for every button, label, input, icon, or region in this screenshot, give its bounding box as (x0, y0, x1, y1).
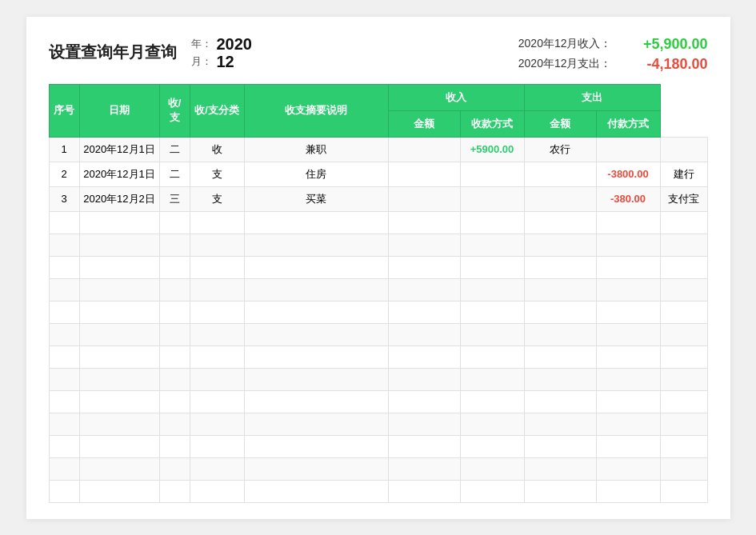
table-cell-empty (524, 234, 596, 256)
table-cell-empty (596, 301, 660, 323)
table-cell-empty (460, 413, 524, 435)
table-cell-empty (159, 390, 190, 413)
table-cell-empty (388, 278, 460, 301)
table-cell: -380.00 (596, 186, 660, 211)
col-seq-header: 序号 (49, 84, 79, 137)
table-cell-empty (524, 278, 596, 301)
table-cell-empty (49, 368, 79, 390)
table-cell-empty (244, 457, 388, 480)
table-cell-empty (596, 413, 660, 435)
table-cell-empty (49, 256, 79, 278)
table-cell (524, 186, 596, 211)
year-label: 年： (191, 37, 212, 51)
table-cell-empty (524, 256, 596, 278)
table-cell-empty (660, 368, 707, 390)
table-cell-empty (660, 323, 707, 345)
table-cell-empty (79, 368, 159, 390)
table-cell-empty (244, 234, 388, 256)
table-cell-empty (388, 390, 460, 413)
table-cell-empty (660, 211, 707, 234)
table-cell-empty (79, 413, 159, 435)
table-cell-empty (388, 457, 460, 480)
table-row-empty (49, 480, 707, 502)
table-cell-empty (524, 301, 596, 323)
page-title: 设置查询年月查询 (49, 42, 177, 63)
table-cell-empty (159, 457, 190, 480)
table-cell-empty (79, 278, 159, 301)
table-cell-empty (524, 457, 596, 480)
table-cell: 2020年12月1日 (79, 137, 159, 162)
expense-summary-row: 2020年12月支出： -4,180.00 (518, 56, 708, 73)
table-cell-empty (460, 435, 524, 457)
table-cell-empty (49, 435, 79, 457)
table-cell: 农行 (524, 137, 596, 162)
table-cell-empty (244, 413, 388, 435)
month-label: 月： (191, 54, 212, 69)
table-cell-empty (190, 480, 244, 502)
table-cell-empty (190, 256, 244, 278)
table-cell: 二 (159, 137, 190, 162)
table-cell-empty (190, 301, 244, 323)
table-cell-empty (244, 345, 388, 368)
table-cell-empty (49, 413, 79, 435)
table-cell-empty (660, 256, 707, 278)
table-row-empty (49, 368, 707, 390)
table-cell: 支付宝 (660, 186, 707, 211)
income-value: +5,900.00 (620, 36, 708, 53)
table-row-empty (49, 301, 707, 323)
table-cell-empty (159, 368, 190, 390)
table-cell-empty (388, 323, 460, 345)
table-cell-empty (660, 234, 707, 256)
table-cell-empty (49, 480, 79, 502)
table-cell-empty (660, 301, 707, 323)
table-cell-empty (79, 390, 159, 413)
table-cell-empty (388, 345, 460, 368)
table-cell: 2020年12月1日 (79, 162, 159, 186)
table-body: 12020年12月1日二收兼职+5900.00农行22020年12月1日二支住房… (49, 137, 707, 502)
table-row-empty (49, 390, 707, 413)
year-month-section: 年： 2020 月： 12 (191, 36, 253, 70)
table-cell: 2 (49, 162, 79, 186)
table-cell-empty (79, 435, 159, 457)
table-cell-empty (596, 368, 660, 390)
col-desc-header: 收支摘要说明 (244, 84, 388, 137)
table-cell-empty (524, 413, 596, 435)
table-cell-empty (190, 278, 244, 301)
table-cell-empty (79, 301, 159, 323)
col-income-method-header: 收款方式 (460, 110, 524, 137)
table-cell-empty (524, 435, 596, 457)
table-cell-empty (524, 211, 596, 234)
table-cell (524, 162, 596, 186)
table-cell-empty (596, 390, 660, 413)
table-cell-empty (79, 457, 159, 480)
table-cell-empty (460, 234, 524, 256)
year-row: 年： 2020 (191, 36, 253, 52)
table-cell-empty (190, 234, 244, 256)
table-cell-empty (388, 234, 460, 256)
table-cell-empty (79, 345, 159, 368)
table-cell-empty (460, 211, 524, 234)
table-row-empty (49, 457, 707, 480)
table-cell (388, 162, 460, 186)
table-cell-empty (190, 457, 244, 480)
table-cell-empty (190, 435, 244, 457)
table-row-empty (49, 256, 707, 278)
table-cell-empty (460, 345, 524, 368)
table-cell-empty (460, 278, 524, 301)
table-cell: 二 (159, 162, 190, 186)
table-cell-empty (159, 301, 190, 323)
table-cell-empty (159, 413, 190, 435)
table-cell-empty (460, 301, 524, 323)
table-cell-empty (244, 256, 388, 278)
table-row-empty (49, 234, 707, 256)
table-cell-empty (190, 368, 244, 390)
table-cell-empty (660, 278, 707, 301)
table-row-empty (49, 435, 707, 457)
table-cell: 收 (190, 137, 244, 162)
expense-label: 2020年12月支出： (518, 57, 612, 71)
table-cell-empty (596, 323, 660, 345)
month-value: 12 (217, 54, 234, 70)
col-expense-amount-header: 金额 (524, 110, 596, 137)
table-cell-empty (660, 435, 707, 457)
table-cell-empty (660, 457, 707, 480)
